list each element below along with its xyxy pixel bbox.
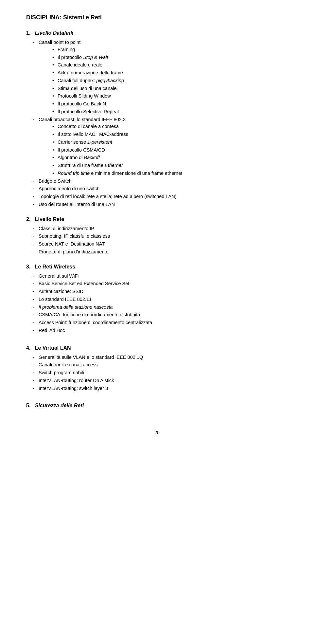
list-item: Concetto di canale a contesa [52, 123, 288, 130]
section-1-list: Canali point to point Framing Il protoco… [33, 39, 288, 208]
section-5-title: 5. Sicurezza delle Reti [26, 402, 288, 410]
list-item: Stima dell’uso di una canale [52, 85, 288, 92]
section-1-title: 1. Livello Datalink [26, 29, 288, 37]
page-number: 20 [154, 430, 160, 435]
section-4: 4. Le Virtual LAN Generalità sulle VLAN … [26, 344, 288, 392]
page-title: DISCIPLINA: Sistemi e Reti [26, 13, 288, 22]
list-item: Generalità sulle VLAN e lo standard IEEE… [33, 354, 288, 361]
section-2-list: Classi di indirizzamento IP Subnetting: … [33, 225, 288, 256]
list-item: Reti Ad Hoc [33, 327, 288, 334]
section-4-list: Generalità sulle VLAN e lo standard IEEE… [33, 354, 288, 392]
section-2-heading: Livello Rete [35, 216, 64, 222]
list-item: Il protocollo Go Back N [52, 101, 288, 108]
list-item: InterVLAN-routing: switch layer 3 [33, 385, 288, 392]
bullet-list: Framing Il protocollo Stop & Wait Canale… [52, 46, 288, 116]
list-item: Uso dei router all’interno di una LAN [33, 201, 288, 208]
section-4-title: 4. Le Virtual LAN [26, 344, 288, 352]
list-item: Il sottolivello MAC. MAC-address [52, 131, 288, 138]
section-2-title: 2. Livello Rete [26, 215, 288, 223]
list-item: InterVLAN-routing: router On A stick [33, 377, 288, 384]
list-item: Autenticazione: SSID [33, 288, 288, 295]
list-item: Il protocollo CSMA/CD [52, 147, 288, 154]
list-item: Access Point: funzione di coordinamento … [33, 319, 288, 326]
section-1: 1. Livello Datalink Canali point to poin… [26, 29, 288, 208]
list-item: Switch programmabili [33, 369, 288, 377]
list-item: Basic Service Set ed Extended Service Se… [33, 280, 288, 287]
section-3: 3. Le Reti Wireless Generalità sul WiFi … [26, 263, 288, 334]
list-item: CSMA/CA: funzione di coordinamento distr… [33, 311, 288, 319]
section-3-heading: Le Reti Wireless [35, 264, 75, 269]
list-item: Canali trunk e canali access [33, 361, 288, 369]
list-item: Topologie di reti locali: rete a stella;… [33, 193, 288, 200]
list-item: Generalità sul WiFi [33, 273, 288, 280]
section-2-number: 2. [26, 216, 30, 222]
list-item: Subnetting: IP classful e classless [33, 233, 288, 240]
list-item: Source NAT e Destination NAT [33, 241, 288, 248]
list-item: Framing [52, 46, 288, 53]
list-item: Protocolli Sliding Window [52, 93, 288, 100]
section-3-title: 3. Le Reti Wireless [26, 263, 288, 271]
section-1-number: 1. [26, 30, 30, 36]
list-item: Canali point to point Framing Il protoco… [33, 39, 288, 116]
list-item: Ack e numerazione delle frame [52, 69, 288, 77]
section-1-heading: Livello Datalink [35, 30, 73, 36]
section-3-list: Generalità sul WiFi Basic Service Set ed… [33, 273, 288, 334]
list-item: Il protocollo Stop & Wait [52, 54, 288, 61]
list-item: Canali full duplex: piggybacking [52, 77, 288, 84]
section-5-number: 5. [26, 403, 30, 408]
list-item: Il protocollo Selective Repeat [52, 108, 288, 116]
list-item: Algoritmo di Backoff [52, 154, 288, 161]
bullet-list: Concetto di canale a contesa Il sottoliv… [52, 123, 288, 177]
section-3-number: 3. [26, 264, 30, 269]
list-item: Lo standard IEEE 802.11 [33, 296, 288, 303]
list-item: Progetto di piani d’indirizzamento [33, 248, 288, 256]
section-4-heading: Le Virtual LAN [35, 345, 71, 351]
page-footer: 20 [26, 429, 288, 436]
section-2: 2. Livello Rete Classi di indirizzamento… [26, 215, 288, 256]
section-5: 5. Sicurezza delle Reti [26, 402, 288, 410]
list-item: Bridge e Switch [33, 178, 288, 185]
list-item: Struttura di una frame Ethernet [52, 162, 288, 169]
list-item: Round trip time e minima dimensione di u… [52, 170, 288, 177]
list-item: Classi di indirizzamento IP [33, 225, 288, 232]
list-item: Canale ideale e reale [52, 62, 288, 69]
list-item: Il problema della stazione nascosta [33, 304, 288, 311]
section-4-number: 4. [26, 345, 30, 351]
section-5-heading: Sicurezza delle Reti [35, 403, 84, 408]
list-item: Apprendimento di uno switch [33, 185, 288, 193]
list-item: Carrier sense 1-persistent [52, 139, 288, 146]
list-item: Canali broadcast: lo standard IEEE 802.3… [33, 116, 288, 177]
